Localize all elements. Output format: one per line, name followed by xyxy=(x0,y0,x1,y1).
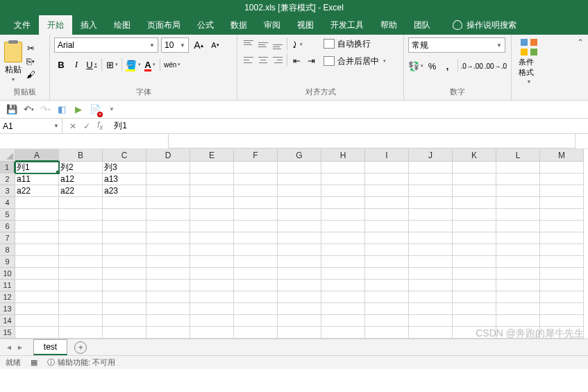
cell-E2[interactable] xyxy=(190,173,234,185)
cell-M8[interactable] xyxy=(540,244,584,256)
tell-me[interactable]: 操作说明搜索 xyxy=(444,15,525,35)
cell-J1[interactable] xyxy=(409,162,453,173)
cell-K1[interactable] xyxy=(453,162,496,173)
cell-I11[interactable] xyxy=(365,280,409,291)
cell-D6[interactable] xyxy=(146,221,190,232)
cell-E10[interactable] xyxy=(190,268,234,280)
cell-H9[interactable] xyxy=(321,256,365,268)
cell-G15[interactable] xyxy=(278,327,321,339)
cell-D10[interactable] xyxy=(146,268,190,280)
cell-I4[interactable] xyxy=(365,197,409,209)
cell-F9[interactable] xyxy=(234,256,278,268)
cell-C8[interactable] xyxy=(103,244,146,256)
cancel-formula-button[interactable]: ✕ xyxy=(69,121,76,131)
row-header-8[interactable]: 8 xyxy=(0,244,15,256)
cell-B10[interactable] xyxy=(59,268,103,280)
cell-K6[interactable] xyxy=(453,221,496,232)
cell-I10[interactable] xyxy=(365,268,409,280)
cell-L7[interactable] xyxy=(496,232,540,244)
cell-M3[interactable] xyxy=(540,185,584,197)
cell-J7[interactable] xyxy=(409,232,453,244)
cell-C11[interactable] xyxy=(103,280,146,291)
cell-M13[interactable] xyxy=(540,303,584,315)
cell-A7[interactable] xyxy=(15,232,59,244)
cell-B3[interactable]: a22 xyxy=(59,185,103,197)
wrap-text-button[interactable]: 自动换行 xyxy=(324,38,386,50)
cell-E8[interactable] xyxy=(190,244,234,256)
cell-H4[interactable] xyxy=(321,197,365,209)
row-header-12[interactable]: 12 xyxy=(0,291,15,303)
cell-I14[interactable] xyxy=(365,315,409,327)
cell-J12[interactable] xyxy=(409,291,453,303)
row-header-3[interactable]: 3 xyxy=(0,185,15,197)
underline-button[interactable]: U▾ xyxy=(85,58,99,71)
cell-D9[interactable] xyxy=(146,256,190,268)
cell-D4[interactable] xyxy=(146,197,190,209)
cell-M2[interactable] xyxy=(540,173,584,185)
cell-D5[interactable] xyxy=(146,209,190,221)
column-header-G[interactable]: G xyxy=(278,149,321,162)
row-header-14[interactable]: 14 xyxy=(0,315,15,327)
tab-help[interactable]: 帮助 xyxy=(372,15,405,35)
cell-H11[interactable] xyxy=(321,280,365,291)
orientation-button[interactable]: ⤸▾ xyxy=(289,37,303,51)
decrease-indent-button[interactable]: ⇤ xyxy=(289,53,303,67)
cell-F13[interactable] xyxy=(234,303,278,315)
border-button[interactable]: ⊞▾ xyxy=(105,58,119,71)
number-format-combo[interactable]: 常规▼ xyxy=(408,37,505,53)
tab-developer[interactable]: 开发工具 xyxy=(322,15,372,35)
cell-E9[interactable] xyxy=(190,256,234,268)
cell-A12[interactable] xyxy=(15,291,59,303)
cell-F8[interactable] xyxy=(234,244,278,256)
cell-I13[interactable] xyxy=(365,303,409,315)
cell-J15[interactable] xyxy=(409,327,453,339)
cell-G11[interactable] xyxy=(278,280,321,291)
cell-I6[interactable] xyxy=(365,221,409,232)
cell-M11[interactable] xyxy=(540,280,584,291)
sheet-nav-prev[interactable]: ◄ xyxy=(6,343,12,351)
cell-K9[interactable] xyxy=(453,256,496,268)
cell-H1[interactable] xyxy=(321,162,365,173)
cell-C14[interactable] xyxy=(103,315,146,327)
sheet-nav-next[interactable]: ► xyxy=(17,343,24,351)
row-header-5[interactable]: 5 xyxy=(0,209,15,221)
status-record[interactable]: ▦ xyxy=(31,358,37,367)
insert-function-button[interactable]: fx xyxy=(97,120,103,131)
cell-A1[interactable]: 列1 xyxy=(15,162,59,173)
cell-M12[interactable] xyxy=(540,291,584,303)
formula-bar[interactable]: 列1 xyxy=(110,119,588,133)
cell-B15[interactable] xyxy=(59,327,103,339)
cell-L4[interactable] xyxy=(496,197,540,209)
name-box[interactable]: A1▼ xyxy=(0,119,62,133)
tab-insert[interactable]: 插入 xyxy=(72,15,106,35)
cell-J5[interactable] xyxy=(409,209,453,221)
increase-font-button[interactable]: A▴ xyxy=(192,38,205,52)
cell-B5[interactable] xyxy=(59,209,103,221)
cell-E15[interactable] xyxy=(190,327,234,339)
cell-B12[interactable] xyxy=(59,291,103,303)
row-header-6[interactable]: 6 xyxy=(0,221,15,232)
cell-E3[interactable] xyxy=(190,185,234,197)
decrease-font-button[interactable]: A▾ xyxy=(208,38,222,52)
row-header-10[interactable]: 10 xyxy=(0,268,15,280)
cell-B7[interactable] xyxy=(59,232,103,244)
row-header-2[interactable]: 2 xyxy=(0,173,15,185)
cell-L3[interactable] xyxy=(496,185,540,197)
undo-button[interactable]: ↶▾ xyxy=(22,103,35,116)
cell-C1[interactable]: 列3 xyxy=(103,162,146,173)
cell-C4[interactable] xyxy=(103,197,146,209)
cell-H2[interactable] xyxy=(321,173,365,185)
tab-team[interactable]: 团队 xyxy=(405,15,439,35)
cell-M1[interactable] xyxy=(540,162,584,173)
sheet-tab-test[interactable]: test xyxy=(33,339,67,355)
cell-L8[interactable] xyxy=(496,244,540,256)
cell-D11[interactable] xyxy=(146,280,190,291)
column-header-J[interactable]: J xyxy=(409,149,453,162)
paste-button[interactable]: 粘贴 ▼ xyxy=(4,42,22,82)
cell-F10[interactable] xyxy=(234,268,278,280)
cut-button[interactable]: ✂ xyxy=(25,43,36,54)
tab-pagelayout[interactable]: 页面布局 xyxy=(139,15,189,35)
cell-I9[interactable] xyxy=(365,256,409,268)
cell-C6[interactable] xyxy=(103,221,146,232)
align-top-button[interactable] xyxy=(242,37,255,51)
